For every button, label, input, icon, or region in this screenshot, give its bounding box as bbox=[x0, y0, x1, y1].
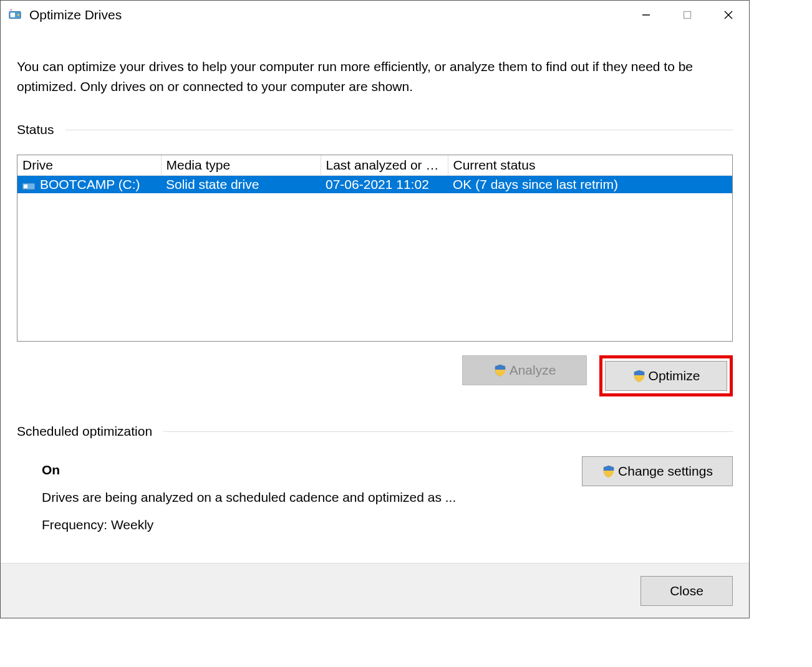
svg-rect-8 bbox=[24, 185, 27, 188]
scheduled-text: On Drives are being analyzed on a schedu… bbox=[42, 456, 563, 539]
maximize-button bbox=[667, 1, 708, 29]
scheduled-section-header: Scheduled optimization bbox=[17, 424, 733, 439]
titlebar: Optimize Drives bbox=[1, 1, 749, 29]
scheduled-description: Drives are being analyzed on a scheduled… bbox=[42, 484, 563, 511]
shield-icon bbox=[493, 363, 507, 377]
drives-table[interactable]: Drive Media type Last analyzed or o... C… bbox=[17, 155, 733, 342]
change-settings-label: Change settings bbox=[618, 464, 713, 479]
scheduled-label: Scheduled optimization bbox=[17, 424, 152, 439]
optimize-drives-window: Optimize Drives You can optimize your dr… bbox=[0, 0, 750, 618]
window-title: Optimize Drives bbox=[29, 7, 122, 22]
minimize-button[interactable] bbox=[626, 1, 667, 29]
status-section-header: Status bbox=[17, 122, 733, 137]
col-current-status[interactable]: Current status bbox=[448, 155, 732, 176]
drive-status: OK (7 days since last retrim) bbox=[448, 176, 732, 194]
scheduled-frequency: Frequency: Weekly bbox=[42, 511, 563, 539]
optimize-label: Optimize bbox=[649, 368, 700, 383]
window-controls bbox=[626, 1, 749, 29]
shield-icon bbox=[602, 464, 616, 478]
footer: Close bbox=[1, 563, 749, 618]
drive-media: Solid state drive bbox=[161, 176, 321, 194]
drive-name: BOOTCAMP (C:) bbox=[40, 177, 140, 192]
optimize-highlight: Optimize bbox=[599, 355, 733, 396]
analyze-button: Analyze bbox=[462, 355, 587, 385]
col-media-type[interactable]: Media type bbox=[161, 155, 321, 176]
col-drive[interactable]: Drive bbox=[17, 155, 161, 176]
scheduled-on: On bbox=[42, 456, 563, 484]
svg-rect-4 bbox=[684, 12, 691, 19]
status-label: Status bbox=[17, 122, 54, 137]
svg-point-2 bbox=[17, 14, 20, 16]
analyze-label: Analyze bbox=[510, 363, 556, 378]
shield-icon bbox=[632, 369, 646, 383]
close-dialog-button[interactable]: Close bbox=[640, 576, 733, 606]
drive-icon bbox=[22, 180, 35, 190]
col-last-analyzed[interactable]: Last analyzed or o... bbox=[321, 155, 448, 176]
change-settings-button[interactable]: Change settings bbox=[582, 456, 733, 486]
table-header-row: Drive Media type Last analyzed or o... C… bbox=[17, 155, 732, 176]
intro-text: You can optimize your drives to help you… bbox=[17, 57, 733, 96]
close-button[interactable] bbox=[708, 1, 749, 29]
optimize-button[interactable]: Optimize bbox=[605, 361, 727, 391]
close-label: Close bbox=[670, 583, 703, 598]
drive-last: 07-06-2021 11:02 bbox=[321, 176, 448, 194]
app-icon bbox=[8, 8, 22, 22]
svg-rect-1 bbox=[11, 12, 15, 17]
table-row[interactable]: BOOTCAMP (C:) Solid state drive 07-06-20… bbox=[17, 176, 732, 194]
